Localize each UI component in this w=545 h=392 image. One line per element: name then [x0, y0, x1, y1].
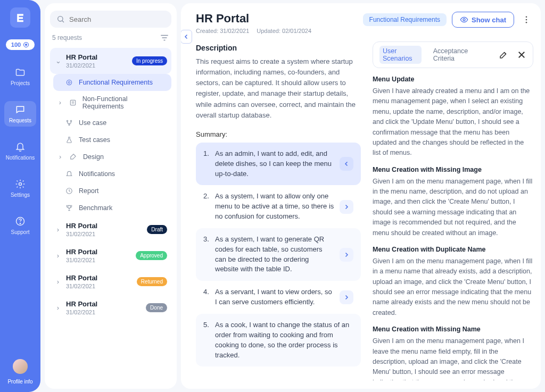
chat-icon: [15, 104, 26, 115]
request-subtree: Functional Requirements › Non-Functional…: [50, 74, 171, 216]
branch-icon: [65, 119, 73, 127]
description-heading: Description: [196, 44, 361, 52]
scenario-block: Menu Creation with Duplicate NameGiven I…: [373, 246, 533, 318]
show-chat-button[interactable]: Show chat: [452, 12, 514, 28]
request-item[interactable]: › HR Portal 31/02/2021 Approved: [50, 243, 171, 269]
pen-icon: [69, 153, 78, 161]
summary-item[interactable]: 1.As an admin, I want to add, edit, and …: [196, 143, 361, 186]
app-nav: 100 Projects Requests Notifications Sett…: [0, 0, 40, 392]
svg-point-14: [526, 16, 527, 18]
target-icon: [65, 78, 73, 87]
chevron-down-icon[interactable]: ⌄: [54, 57, 62, 65]
bell-icon: [15, 141, 26, 152]
svg-point-5: [58, 16, 63, 21]
expand-icon[interactable]: [340, 290, 353, 304]
svg-point-1: [26, 44, 27, 46]
page-title: HR Portal: [196, 12, 311, 26]
nav-credits-badge[interactable]: 100: [6, 39, 35, 50]
close-icon[interactable]: [517, 50, 526, 60]
requests-count: 5 requests: [52, 34, 82, 41]
scenario-text: Given I am on the menu management page, …: [373, 256, 533, 318]
summary-item[interactable]: 2.As a system, I want to allow only one …: [196, 185, 361, 228]
subtree-use-case[interactable]: Use case: [53, 114, 171, 131]
eye-icon: [460, 15, 468, 24]
nav-projects[interactable]: Projects: [4, 64, 36, 89]
updated-date: Updated: 02/01/2024: [257, 28, 311, 34]
app-logo[interactable]: [10, 7, 30, 28]
status-badge: Approved: [136, 251, 167, 260]
status-badge: Done: [146, 303, 167, 312]
subtree-functional-requirements[interactable]: Functional Requirements: [53, 74, 171, 91]
created-date: Created: 31/02/2021: [196, 28, 249, 34]
nav-support[interactable]: Support: [4, 213, 36, 238]
nav-notifications[interactable]: Notifications: [4, 138, 36, 164]
chevron-right-icon[interactable]: ›: [56, 99, 63, 106]
svg-point-2: [19, 183, 22, 186]
status-badge: Returned: [137, 277, 167, 286]
avatar: [13, 359, 28, 374]
scenario-text: Given I have already created a menu and …: [373, 86, 533, 159]
subtree-design[interactable]: › Design: [53, 148, 171, 165]
category-tag: Functional Requirements: [363, 13, 447, 26]
expand-icon[interactable]: [340, 248, 353, 262]
request-item[interactable]: › HR Portal 31/02/2021 Draft: [50, 216, 171, 243]
help-icon: [15, 216, 26, 227]
scenario-tabbar: User Scenarios Acceptance Criteria: [373, 41, 533, 68]
gear-icon: [15, 179, 26, 189]
nav-settings[interactable]: Settings: [4, 176, 36, 201]
svg-point-16: [526, 22, 527, 23]
subtree-notifications[interactable]: Notifications: [53, 165, 171, 182]
svg-point-4: [20, 223, 20, 224]
nav-profile[interactable]: Profile info: [7, 359, 32, 385]
scenario-title: Menu Update: [373, 76, 533, 83]
svg-point-9: [67, 120, 68, 121]
subtree-benchmark[interactable]: Benchmark: [53, 199, 171, 216]
summary-item[interactable]: 3.As a system, I want to generate QR cod…: [196, 228, 361, 281]
svg-point-13: [463, 19, 465, 21]
subtree-test-cases[interactable]: Test cases: [53, 131, 171, 148]
nav-requests[interactable]: Requests: [4, 101, 36, 127]
request-item[interactable]: › HR Portal 31/02/2021 Done: [50, 295, 171, 321]
more-menu-icon[interactable]: [519, 13, 533, 27]
scenario-title: Menu Creation with Missing Image: [373, 166, 533, 173]
content-panel: HR Portal Created: 31/02/2021 Updated: 0…: [181, 3, 541, 389]
chevron-right-icon[interactable]: ›: [54, 252, 62, 260]
description-text: This request aims to create a system whe…: [196, 56, 361, 121]
request-item[interactable]: › HR Portal 31/02/2021 Returned: [50, 269, 171, 295]
subtree-report[interactable]: Report: [53, 182, 171, 199]
filter-icon[interactable]: [160, 33, 169, 43]
subtree-non-functional-requirements[interactable]: › Non-Functional Requirements: [53, 91, 171, 114]
expand-icon[interactable]: [340, 200, 353, 214]
collapse-icon[interactable]: [340, 157, 353, 171]
scenario-block: Menu Creation with Missing ImageGiven I …: [373, 166, 533, 238]
svg-point-6: [67, 80, 71, 85]
chevron-right-icon[interactable]: ›: [54, 304, 62, 312]
chevron-right-icon[interactable]: ›: [54, 226, 62, 233]
scenario-text: Given I am on the menu management page, …: [373, 336, 533, 380]
collapse-panel-button[interactable]: [181, 30, 192, 44]
requests-panel: 5 requests ⌄ HR Portal 31/02/2021 In pro…: [45, 3, 177, 389]
status-badge: Draft: [147, 225, 167, 234]
scenario-text: Given I am on the menu management page, …: [373, 177, 533, 238]
svg-point-7: [68, 81, 70, 84]
request-item[interactable]: ⌄ HR Portal 31/02/2021 In progress: [50, 48, 171, 74]
trophy-icon: [65, 204, 73, 212]
chevron-right-icon[interactable]: ›: [56, 153, 64, 161]
search-input[interactable]: [69, 15, 165, 23]
checklist-icon: [69, 98, 77, 107]
summary-heading: Summary:: [196, 130, 361, 138]
scenario-block: Menu UpdateGiven I have already created …: [373, 76, 533, 159]
svg-point-11: [69, 124, 70, 125]
clock-icon: [65, 187, 73, 195]
summary-item[interactable]: 5.As a cook, I want to change the status…: [196, 314, 361, 366]
search-input-container[interactable]: [50, 11, 171, 28]
edit-icon[interactable]: [499, 50, 508, 60]
status-badge: In progress: [132, 56, 167, 65]
summary-item[interactable]: 4.As a servant, I want to view orders, s…: [196, 281, 361, 314]
chevron-right-icon[interactable]: ›: [54, 278, 62, 286]
svg-point-15: [526, 19, 527, 21]
tab-user-scenarios[interactable]: User Scenarios: [379, 46, 422, 64]
tab-acceptance-criteria[interactable]: Acceptance Criteria: [430, 46, 482, 64]
bell-icon: [65, 170, 73, 178]
folder-icon: [15, 67, 26, 78]
